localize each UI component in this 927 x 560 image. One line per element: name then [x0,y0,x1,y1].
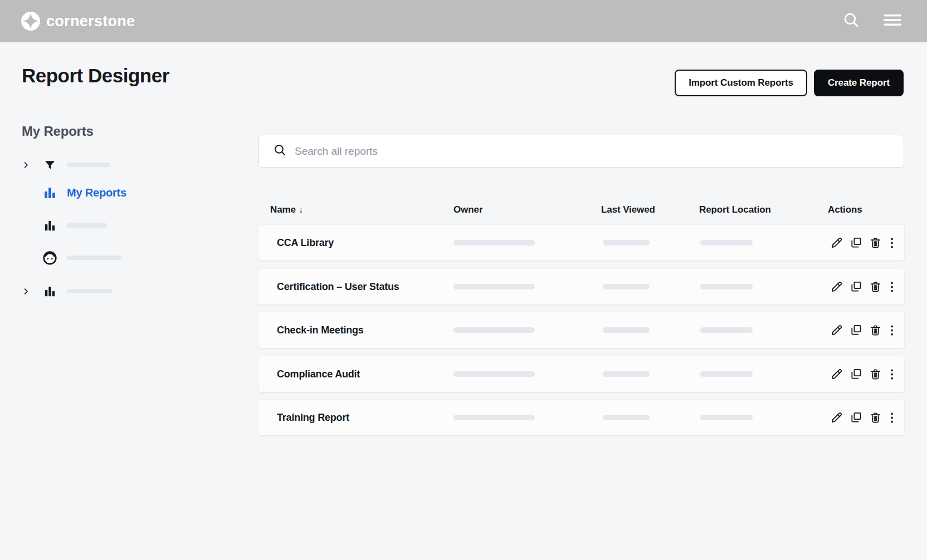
hamburger-menu-icon [882,12,903,30]
sidebar-item-my-reports[interactable]: My Reports [22,183,126,203]
row-actions [830,356,896,392]
search-icon [842,11,860,31]
sidebar-item-label: My Reports [67,186,126,199]
owner-skeleton [453,284,535,289]
report-location-skeleton [700,415,753,420]
more-options-kebab-icon[interactable] [888,323,896,337]
column-header-name[interactable]: Name↓ [270,204,303,215]
delete-trash-icon[interactable] [869,280,882,293]
report-location-skeleton [700,327,753,333]
bar-chart-icon [40,285,59,298]
sidebar-item-report-1[interactable] [22,215,107,235]
owner-skeleton [453,415,535,420]
search-icon [273,143,287,159]
chevron-right-icon[interactable] [22,161,34,169]
edit-pencil-icon[interactable] [830,323,843,337]
row-actions [830,225,896,261]
report-location-skeleton [700,284,753,289]
table-row[interactable]: Certification – User Status [258,269,904,304]
report-location-skeleton [700,240,753,245]
skeleton-label [67,163,110,167]
skeleton-label [67,256,121,260]
report-name: Check-in Meetings [277,325,364,336]
edit-pencil-icon[interactable] [830,236,843,249]
report-location-skeleton [700,371,753,377]
sort-descending-icon: ↓ [299,205,303,214]
table-row[interactable]: CCA Library [258,225,904,261]
delete-trash-icon[interactable] [869,236,882,249]
owner-skeleton [453,327,535,333]
brand-name: cornerstone [46,13,135,30]
sidebar-item-report-2[interactable] [22,281,113,301]
column-header-actions: Actions [828,204,862,215]
person-face-icon [40,250,59,266]
header-actions: Import Custom Reports Create Report [675,70,904,96]
table-row[interactable]: Compliance Audit [258,356,904,392]
last-viewed-skeleton [603,415,650,420]
row-actions [830,269,896,304]
cornerstone-logo-icon [21,12,40,31]
edit-pencil-icon[interactable] [830,280,843,293]
reports-search-bar [258,135,904,168]
owner-skeleton [453,371,535,377]
copy-icon[interactable] [849,280,862,293]
top-navigation-bar: cornerstone [0,0,927,42]
copy-icon[interactable] [849,236,862,249]
column-header-last-viewed: Last Viewed [601,204,655,215]
last-viewed-skeleton [603,327,650,333]
main-menu-button[interactable] [882,11,902,31]
bar-chart-icon [40,186,59,200]
row-actions [830,400,896,435]
global-search-button[interactable] [841,11,861,31]
owner-skeleton [453,240,535,245]
row-actions [830,312,896,348]
edit-pencil-icon[interactable] [830,367,843,381]
edit-pencil-icon[interactable] [830,411,843,424]
sidebar-heading: My Reports [22,124,94,139]
more-options-kebab-icon[interactable] [888,367,896,381]
create-report-button[interactable]: Create Report [814,70,904,96]
table-row[interactable]: Check-in Meetings [258,312,904,348]
filter-funnel-icon [40,159,59,171]
bar-chart-icon [40,219,59,232]
more-options-kebab-icon[interactable] [888,236,896,249]
column-header-report-location: Report Location [699,204,771,215]
more-options-kebab-icon[interactable] [888,411,896,424]
skeleton-label [67,223,107,228]
report-name: Compliance Audit [277,369,360,380]
delete-trash-icon[interactable] [869,411,882,424]
last-viewed-skeleton [603,371,650,377]
skeleton-label [67,289,113,293]
report-name: Training Report [277,412,349,424]
delete-trash-icon[interactable] [869,323,882,337]
chevron-right-icon[interactable] [22,287,34,296]
column-header-owner: Owner [453,204,482,215]
page-title: Report Designer [22,65,169,87]
copy-icon[interactable] [849,411,862,424]
more-options-kebab-icon[interactable] [888,280,896,293]
copy-icon[interactable] [849,367,862,381]
report-designer-screen: cornerstone [0,0,927,560]
sidebar-item-filter[interactable] [22,155,110,175]
report-name: Certification – User Status [277,281,399,293]
cornerstone-logo: cornerstone [21,12,135,31]
table-row[interactable]: Training Report [258,400,904,435]
report-name: CCA Library [277,237,334,249]
import-custom-reports-button[interactable]: Import Custom Reports [675,70,807,96]
last-viewed-skeleton [603,284,650,289]
delete-trash-icon[interactable] [869,367,882,381]
sidebar-item-person[interactable] [22,248,121,268]
copy-icon[interactable] [849,323,862,337]
search-input[interactable] [295,145,880,158]
last-viewed-skeleton [603,240,650,245]
